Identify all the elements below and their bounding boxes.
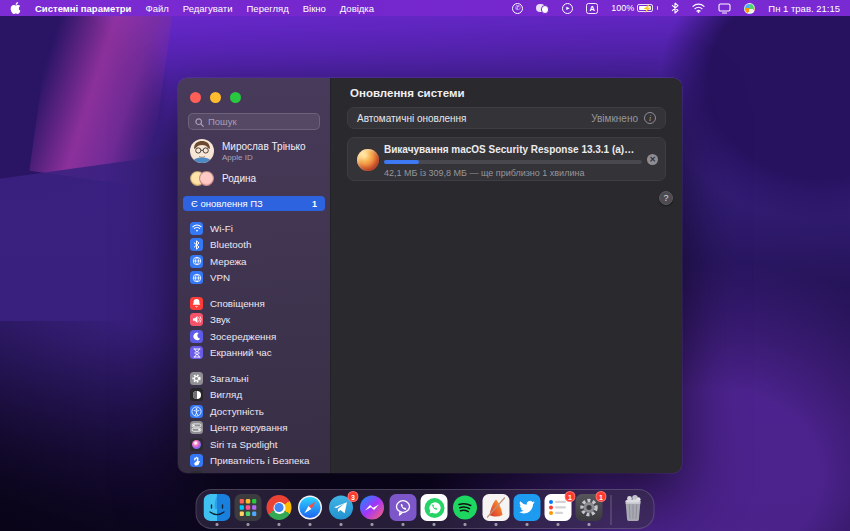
running-indicator (588, 523, 591, 526)
info-icon[interactable]: i (644, 112, 656, 124)
settings-sidebar: Пошук Мирослав Трінько Apple ID Родина Є… (178, 78, 330, 473)
battery-percent: 100% (611, 3, 634, 13)
menu-help[interactable]: Довідка (340, 3, 374, 14)
macos-update-icon (357, 149, 379, 171)
sidebar-item-network[interactable]: Мережа (188, 253, 320, 270)
apple-logo-icon[interactable] (10, 2, 21, 14)
sidebar-item-appearance[interactable]: Вигляд (188, 387, 320, 404)
sidebar-item-label: Центр керування (210, 422, 288, 433)
sidebar-group-general: Загальні Вигляд Доступність Центр керува… (188, 370, 320, 473)
notification-badge: 1 (596, 491, 607, 502)
keyboard-layout-icon[interactable]: A (586, 3, 598, 14)
close-window-button[interactable] (190, 92, 201, 103)
automatic-updates-row[interactable]: Автоматичні оновлення Увімкнено i (347, 107, 666, 129)
sidebar-item-privacy[interactable]: Приватність і Безпека (188, 453, 320, 470)
menu-edit[interactable]: Редагувати (183, 3, 233, 14)
twitter-icon (514, 494, 541, 521)
dock-item-launchpad[interactable] (234, 494, 263, 526)
bell-icon (190, 297, 203, 310)
dock-item-twitter[interactable] (513, 494, 542, 526)
menu-file[interactable]: Файл (145, 3, 168, 14)
globe-icon (190, 271, 203, 284)
running-indicator (216, 523, 219, 526)
sidebar-item-label: Зосередження (210, 331, 276, 342)
speaker-icon (190, 313, 203, 326)
viber-menu-icon[interactable]: ✆ (512, 3, 523, 14)
download-progress-fill (384, 160, 419, 164)
sidebar-item-control-center[interactable]: Центр керування (188, 420, 320, 437)
wifi-icon[interactable] (692, 2, 705, 14)
hand-icon (190, 454, 203, 467)
sidebar-item-label: Екранний час (210, 347, 272, 358)
dock-item-spotify[interactable] (451, 494, 480, 526)
sidebar-group-alerts: Сповіщення Звук Зосередження Екранний ча… (188, 295, 320, 361)
sidebar-item-vpn[interactable]: VPN (188, 270, 320, 287)
menu-view[interactable]: Перегляд (247, 3, 289, 14)
dock-item-viber[interactable] (389, 494, 418, 526)
running-indicator (402, 523, 405, 526)
sidebar-item-accessibility[interactable]: Доступність (188, 403, 320, 420)
automatic-updates-value: Увімкнено (591, 113, 638, 124)
whatsapp-icon (421, 494, 448, 521)
desktop-dock-icon (190, 471, 203, 473)
app-status-icon[interactable] (744, 3, 755, 14)
minimize-window-button[interactable] (210, 92, 221, 103)
help-button[interactable]: ? (659, 191, 673, 205)
dock-item-trash[interactable] (619, 494, 648, 521)
toggles-icon (190, 421, 203, 434)
apple-id-row[interactable]: Мирослав Трінько Apple ID (188, 139, 320, 163)
notification-badge: 3 (348, 491, 359, 502)
dock-item-safari[interactable] (296, 494, 325, 526)
accessibility-icon (190, 405, 203, 418)
dock-item-telegram[interactable]: 3 (327, 494, 356, 526)
automatic-updates-label: Автоматичні оновлення (357, 113, 467, 124)
sidebar-item-general[interactable]: Загальні (188, 370, 320, 387)
profile-subtitle: Apple ID (222, 153, 306, 162)
menu-window[interactable]: Вікно (303, 3, 326, 14)
search-input[interactable]: Пошук (188, 113, 320, 130)
search-icon (195, 113, 204, 131)
sidebar-item-label: Загальні (210, 373, 249, 384)
coins-menu-icon[interactable] (536, 3, 549, 14)
bluetooth-icon[interactable] (671, 2, 679, 14)
dock-item-messenger[interactable] (358, 494, 387, 526)
sidebar-item-desktop-dock[interactable]: Робочий стіл і Dock (188, 469, 320, 473)
sidebar-item-label: Приватність і Безпека (210, 455, 309, 466)
dock-item-system-settings[interactable]: 1 (575, 494, 604, 526)
sidebar-item-wifi[interactable]: Wi-Fi (188, 220, 320, 237)
viber-icon (390, 494, 417, 521)
dock-item-chrome[interactable] (265, 494, 294, 526)
dock-item-whatsapp[interactable] (420, 494, 449, 526)
dock-item-reminders[interactable]: 1 (544, 494, 573, 526)
zoom-window-button[interactable] (230, 92, 241, 103)
avatar (190, 139, 214, 163)
play-circle-menu-icon[interactable]: ▸ (562, 3, 573, 14)
dock-item-finder[interactable] (203, 494, 232, 526)
sidebar-item-bluetooth[interactable]: Bluetooth (188, 237, 320, 254)
sidebar-item-notifications[interactable]: Сповіщення (188, 295, 320, 312)
running-indicator (557, 523, 560, 526)
sidebar-item-screen-time[interactable]: Екранний час (188, 345, 320, 362)
search-placeholder: Пошук (208, 116, 237, 127)
sidebar-item-label: Доступність (210, 406, 264, 417)
dock: 3 (196, 489, 655, 529)
sidebar-item-siri[interactable]: Siri та Spotlight (188, 436, 320, 453)
menubar-app-name[interactable]: Системні параметри (35, 3, 131, 14)
menu-bar: Системні параметри Файл Редагувати Перег… (0, 0, 850, 16)
display-menu-icon[interactable] (718, 2, 731, 14)
battery-body: ⚡ (637, 4, 653, 12)
sidebar-item-label: Siri та Spotlight (210, 439, 278, 450)
battery-icon[interactable]: 100% ⚡ (611, 2, 658, 14)
family-row[interactable]: Родина (188, 171, 320, 186)
trash-icon (620, 494, 647, 521)
sidebar-item-focus[interactable]: Зосередження (188, 328, 320, 345)
dock-item-pixelmator[interactable] (482, 494, 511, 526)
launchpad-icon (235, 494, 262, 521)
sidebar-item-software-update[interactable]: Є оновлення ПЗ 1 (183, 196, 325, 211)
spotify-icon (452, 494, 479, 521)
cancel-download-icon[interactable]: ✕ (647, 154, 658, 165)
menubar-clock[interactable]: Пн 1 трав. 21:15 (768, 3, 840, 14)
sidebar-item-sound[interactable]: Звук (188, 312, 320, 329)
appearance-icon (190, 388, 203, 401)
running-indicator (433, 523, 436, 526)
